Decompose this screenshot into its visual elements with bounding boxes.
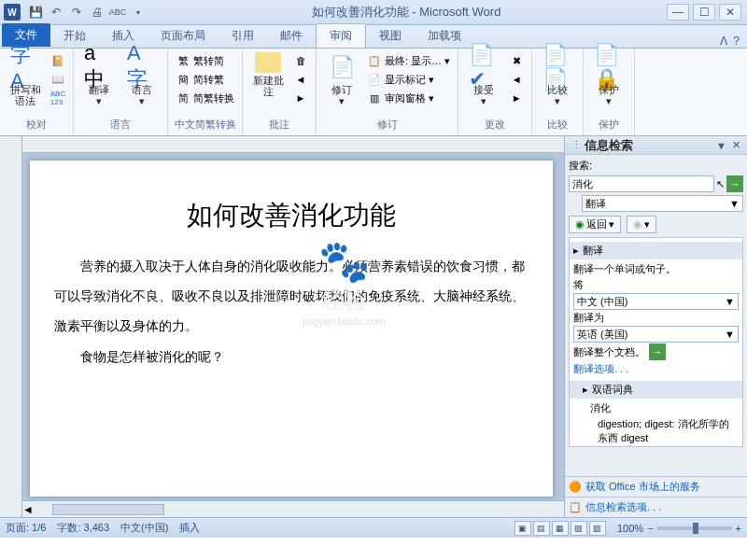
display-for-review[interactable]: 📋最终: 显示…▾ xyxy=(365,52,452,69)
next-comment-icon[interactable]: ► xyxy=(291,90,310,106)
from-lang-select[interactable]: 中文 (中国)▼ xyxy=(573,293,739,310)
zoom-out-button[interactable]: − xyxy=(647,523,653,534)
language-button[interactable]: A字语言▾ xyxy=(122,52,162,106)
zoom-slider[interactable] xyxy=(657,526,732,530)
group-changes: 更改 xyxy=(464,116,526,132)
next-change-icon[interactable]: ► xyxy=(507,90,526,106)
maximize-button[interactable]: ☐ xyxy=(693,4,715,21)
close-button[interactable]: ✕ xyxy=(719,4,741,21)
status-words[interactable]: 字数: 3,463 xyxy=(57,521,109,535)
view-reading-icon[interactable]: ▤ xyxy=(533,521,550,536)
translate-hint: 翻译一个单词或句子。 xyxy=(570,261,742,277)
reject-icon[interactable]: ✖ xyxy=(507,52,526,69)
document-title: 如何改善消化功能 xyxy=(54,198,529,233)
tab-review[interactable]: 审阅 xyxy=(316,23,366,48)
to-lang-select[interactable]: 英语 (美国)▼ xyxy=(573,326,739,343)
prev-change-icon[interactable]: ◄ xyxy=(507,71,526,88)
show-markup[interactable]: 📄显示标记▾ xyxy=(365,71,452,88)
qat-save-icon[interactable]: 💾 xyxy=(28,5,43,20)
minimize-button[interactable]: — xyxy=(667,4,689,21)
dict-definition: digestion; digest: 消化所学的东西 digest xyxy=(570,416,742,446)
group-compare: 比较 xyxy=(538,116,577,132)
help-icon[interactable]: ? xyxy=(733,35,740,48)
dict-term: 消化 xyxy=(570,400,742,416)
tab-references[interactable]: 引用 xyxy=(218,24,267,48)
qat-more-icon[interactable]: ▾ xyxy=(131,5,146,20)
qat-undo-icon[interactable]: ↶ xyxy=(49,5,63,20)
search-input[interactable] xyxy=(569,175,714,192)
view-outline-icon[interactable]: ▧ xyxy=(571,521,587,536)
translate-doc-button[interactable]: → xyxy=(649,343,666,360)
vertical-ruler xyxy=(0,136,22,517)
tab-layout[interactable]: 页面布局 xyxy=(148,24,218,48)
group-language: 语言 xyxy=(79,116,162,132)
delete-comment-icon[interactable]: 🗑 xyxy=(291,52,310,69)
service-select[interactable]: 翻译▼ xyxy=(582,195,743,212)
group-chinese-conv: 中文简繁转换 xyxy=(174,116,236,132)
to-label: 翻译为 xyxy=(570,310,742,326)
convert-button[interactable]: 简简繁转换 xyxy=(174,90,236,106)
from-label: 将 xyxy=(570,277,742,293)
app-icon[interactable]: W xyxy=(4,4,21,21)
status-language[interactable]: 中文(中国) xyxy=(120,521,168,535)
translate-button[interactable]: a中翻译▾ xyxy=(79,52,119,106)
to-simplified-button[interactable]: 繁繁转简 xyxy=(174,52,236,69)
pane-menu-icon[interactable]: ▼ xyxy=(713,140,729,151)
new-comment-button[interactable]: 新建批注 xyxy=(248,52,288,97)
search-label: 搜索: xyxy=(569,159,743,173)
group-proofing: 校对 xyxy=(6,116,67,132)
prev-comment-icon[interactable]: ◄ xyxy=(291,71,310,88)
group-tracking: 修订 xyxy=(322,116,452,132)
marketplace-link[interactable]: 🟠获取 Office 市场上的服务 xyxy=(565,476,747,497)
reviewing-pane[interactable]: ▥审阅窗格▾ xyxy=(365,90,452,106)
tab-mailings[interactable]: 邮件 xyxy=(267,24,316,48)
view-print-icon[interactable]: ▣ xyxy=(514,521,531,536)
view-draft-icon[interactable]: ▨ xyxy=(589,521,606,536)
view-web-icon[interactable]: ▦ xyxy=(552,521,569,536)
pane-grip-icon[interactable]: ⋮ xyxy=(569,139,585,151)
accept-button[interactable]: 📄✔接受▾ xyxy=(464,52,503,106)
document-page[interactable]: 如何改善消化功能 营养的摄入取决于人体自身的消化吸收能力。必须营养素错误的饮食习… xyxy=(30,161,553,497)
status-insert-mode[interactable]: 插入 xyxy=(179,521,200,535)
research-options-link[interactable]: 📋信息检索选项. . . xyxy=(565,497,747,517)
pane-title: 信息检索 xyxy=(585,137,713,154)
tab-addins[interactable]: 加载项 xyxy=(415,24,474,48)
research-pane: ⋮ 信息检索 ▼ ✕ 搜索: ↖ → 翻译▼ ◉返回▾ ◉▾ ▸翻译 翻译一个单… xyxy=(564,136,747,517)
compare-button[interactable]: 📄📄比较▾ xyxy=(538,52,577,106)
spelling-button[interactable]: 字A 拼写和语法 xyxy=(6,52,45,106)
qat-abc-icon[interactable]: ABC xyxy=(110,5,125,20)
dictionary-section[interactable]: ▸双语词典 xyxy=(570,381,742,399)
tab-view[interactable]: 视图 xyxy=(366,24,415,48)
qat-print-icon[interactable]: 🖨 xyxy=(90,5,105,20)
wordcount-icon[interactable]: ABC123 xyxy=(49,90,67,106)
document-paragraph: 营养的摄入取决于人体自身的消化吸收能力。必须营养素错误的饮食习惯，都可以导致消化… xyxy=(54,252,529,343)
status-page[interactable]: 页面: 1/6 xyxy=(6,521,46,535)
forward-button[interactable]: ◉▾ xyxy=(627,216,656,233)
group-comments: 批注 xyxy=(248,116,310,132)
zoom-level[interactable]: 100% xyxy=(617,523,643,534)
minimize-ribbon-icon[interactable]: ᐱ xyxy=(720,35,727,48)
qat-redo-icon[interactable]: ↷ xyxy=(69,5,84,20)
horizontal-ruler xyxy=(22,136,564,153)
pane-close-icon[interactable]: ✕ xyxy=(729,139,743,151)
cursor-icon: ↖ xyxy=(716,178,725,190)
office-icon: 🟠 xyxy=(569,481,582,493)
translate-doc-label: 翻译整个文档。 xyxy=(573,345,645,359)
horizontal-scrollbar[interactable]: ◄ xyxy=(22,500,564,517)
options-icon: 📋 xyxy=(569,501,582,513)
translate-section[interactable]: ▸翻译 xyxy=(570,242,742,259)
track-changes-button[interactable]: 📄修订▾ xyxy=(322,52,361,106)
search-go-button[interactable]: → xyxy=(726,175,743,192)
document-paragraph: 食物是怎样被消化的呢？ xyxy=(54,343,529,372)
window-title: 如何改善消化功能 - Microsoft Word xyxy=(146,4,667,21)
zoom-in-button[interactable]: + xyxy=(736,523,741,534)
protect-button[interactable]: 📄🔒保护▾ xyxy=(589,52,628,106)
group-protect: 保护 xyxy=(589,116,628,132)
to-traditional-button[interactable]: 簡简转繁 xyxy=(174,71,236,88)
thesaurus-icon[interactable]: 📖 xyxy=(49,71,67,88)
translation-options-link[interactable]: 翻译选项. . . xyxy=(570,361,742,377)
back-button[interactable]: ◉返回▾ xyxy=(569,216,621,233)
research-icon[interactable]: 📔 xyxy=(49,52,67,69)
